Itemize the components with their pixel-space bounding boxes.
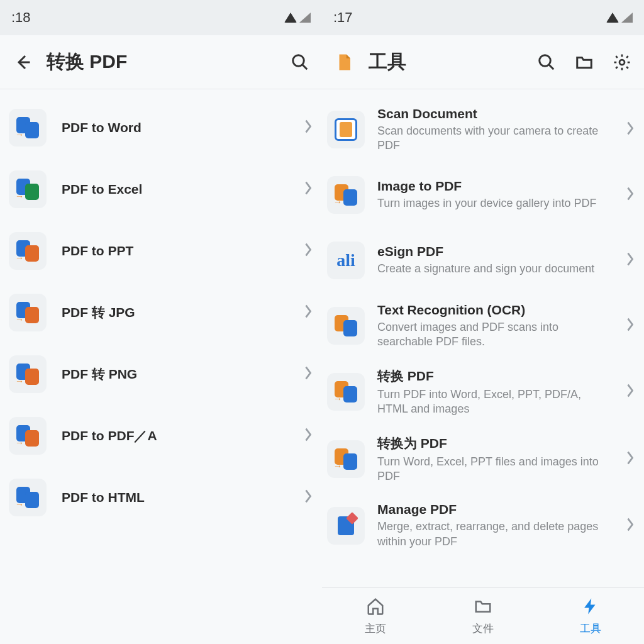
bottom-nav: 主页文件工具 xyxy=(322,587,644,644)
item-text: Text Recognition (OCR)Convert images and… xyxy=(377,303,613,350)
chevron-right-icon xyxy=(625,185,635,205)
gear-icon xyxy=(613,53,631,72)
tool-item[interactable]: →转换 PDFTurn PDF into Word, Excel, PPT, P… xyxy=(322,358,644,426)
tool-item[interactable]: →转换为 PDFTurn Word, Excel, PPT files and … xyxy=(322,426,644,493)
chevron-right-icon xyxy=(625,449,635,469)
folder-icon xyxy=(474,597,492,619)
item-icon: → xyxy=(327,176,365,214)
search-button[interactable] xyxy=(287,49,313,75)
convert-item[interactable]: →PDF 转 PNG xyxy=(0,343,322,405)
chevron-right-icon xyxy=(303,364,313,384)
status-time: :17 xyxy=(333,9,606,26)
tool-item[interactable]: alieSign PDFCreate a signature and sign … xyxy=(322,228,644,293)
item-desc: Create a signature and sign your documen… xyxy=(377,262,613,276)
tab-bolt[interactable]: 工具 xyxy=(536,588,644,644)
item-desc: Convert images and PDF scans into search… xyxy=(377,320,613,350)
item-icon: → xyxy=(9,355,47,393)
search-icon xyxy=(537,53,556,72)
svg-point-0 xyxy=(293,55,304,66)
convert-item[interactable]: →PDF to Excel xyxy=(0,158,322,220)
search-button[interactable] xyxy=(533,49,560,75)
item-title: Image to PDF xyxy=(377,179,613,194)
item-icon: → xyxy=(327,440,365,478)
bolt-icon xyxy=(581,597,600,619)
item-title: Scan Document xyxy=(377,106,613,121)
item-label: PDF to PDF／A xyxy=(62,427,288,445)
status-icons xyxy=(606,13,633,23)
item-text: eSign PDFCreate a signature and sign you… xyxy=(377,244,613,276)
back-button[interactable] xyxy=(9,49,35,75)
item-desc: Turn images in your device gallery into … xyxy=(377,196,613,211)
chevron-right-icon xyxy=(625,516,635,536)
item-icon xyxy=(327,307,365,345)
chevron-right-icon xyxy=(303,303,313,323)
tool-item[interactable]: Scan DocumentScan documents with your ca… xyxy=(322,97,644,162)
tool-item[interactable]: →Image to PDFTurn images in your device … xyxy=(322,162,644,228)
tab-label: 工具 xyxy=(580,621,601,636)
item-text: Scan DocumentScan documents with your ca… xyxy=(377,106,613,153)
item-desc: Turn PDF into Word, Excel, PPT, PDF/A, H… xyxy=(377,387,613,417)
item-text: 转换 PDFTurn PDF into Word, Excel, PPT, PD… xyxy=(377,367,613,417)
item-title: 转换为 PDF xyxy=(377,435,613,452)
chevron-right-icon xyxy=(303,426,313,446)
app-bar: 转换 PDF xyxy=(0,35,322,89)
item-text: Image to PDFTurn images in your device g… xyxy=(377,179,613,211)
item-desc: Turn Word, Excel, PPT files and images i… xyxy=(377,455,613,484)
signal-icon xyxy=(621,13,633,23)
convert-item[interactable]: →PDF to PPT xyxy=(0,220,322,282)
tab-folder[interactable]: 文件 xyxy=(430,588,537,644)
wifi-icon xyxy=(606,13,619,23)
search-icon xyxy=(291,53,309,72)
convert-item[interactable]: →PDF 转 JPG xyxy=(0,282,322,343)
convert-list: →PDF to Word→PDF to Excel→PDF to PPT→PDF… xyxy=(0,89,322,644)
tab-home[interactable]: 主页 xyxy=(322,588,430,644)
tool-item[interactable]: Text Recognition (OCR)Convert images and… xyxy=(322,293,644,358)
convert-item[interactable]: →PDF to Word xyxy=(0,97,322,158)
arrow-left-icon xyxy=(13,53,31,72)
settings-button[interactable] xyxy=(609,49,635,75)
chevron-right-icon xyxy=(303,179,313,199)
page-title: 工具 xyxy=(369,49,522,75)
item-text: 转换为 PDFTurn Word, Excel, PPT files and i… xyxy=(377,435,613,484)
item-icon: → xyxy=(9,417,47,455)
status-bar: :18 xyxy=(0,0,322,35)
tools-list: Scan DocumentScan documents with your ca… xyxy=(322,89,644,587)
chevron-right-icon xyxy=(625,250,635,270)
convert-item[interactable]: →PDF to HTML xyxy=(0,467,322,528)
chevron-right-icon xyxy=(303,487,313,508)
item-desc: Merge, extract, rearrange, and delete pa… xyxy=(377,519,613,549)
item-icon: → xyxy=(327,373,365,411)
item-label: PDF to Word xyxy=(62,120,288,135)
item-icon: → xyxy=(9,109,47,147)
tab-label: 主页 xyxy=(365,621,386,636)
item-icon: → xyxy=(9,170,47,208)
svg-point-1 xyxy=(540,55,551,66)
item-label: PDF 转 JPG xyxy=(62,304,288,321)
chevron-right-icon xyxy=(625,382,635,402)
folder-button[interactable] xyxy=(571,49,597,75)
home-icon xyxy=(366,597,385,619)
app-bar: 工具 xyxy=(322,35,644,89)
page-title: 转换 PDF xyxy=(47,49,275,75)
tab-label: 文件 xyxy=(472,621,494,636)
status-time: :18 xyxy=(11,9,284,26)
item-title: 转换 PDF xyxy=(377,367,613,385)
item-icon: → xyxy=(9,479,47,516)
item-icon: ali xyxy=(327,242,365,279)
item-icon: → xyxy=(9,294,47,331)
item-label: PDF to HTML xyxy=(62,490,288,505)
status-bar: :17 xyxy=(322,0,644,35)
item-desc: Scan documents with your camera to creat… xyxy=(377,124,613,153)
signal-icon xyxy=(299,13,311,23)
tool-item[interactable]: Manage PDFMerge, extract, rearrange, and… xyxy=(322,493,644,558)
item-text: Manage PDFMerge, extract, rearrange, and… xyxy=(377,502,613,549)
right-pane: :17 工具 Scan DocumentScan documents with … xyxy=(322,0,644,644)
item-icon: → xyxy=(9,232,47,270)
item-icon xyxy=(327,111,365,148)
item-label: PDF to Excel xyxy=(62,182,288,197)
chevron-right-icon xyxy=(303,241,313,261)
chevron-right-icon xyxy=(303,118,313,138)
convert-item[interactable]: →PDF to PDF／A xyxy=(0,405,322,467)
item-title: eSign PDF xyxy=(377,244,613,259)
chevron-right-icon xyxy=(625,119,635,140)
